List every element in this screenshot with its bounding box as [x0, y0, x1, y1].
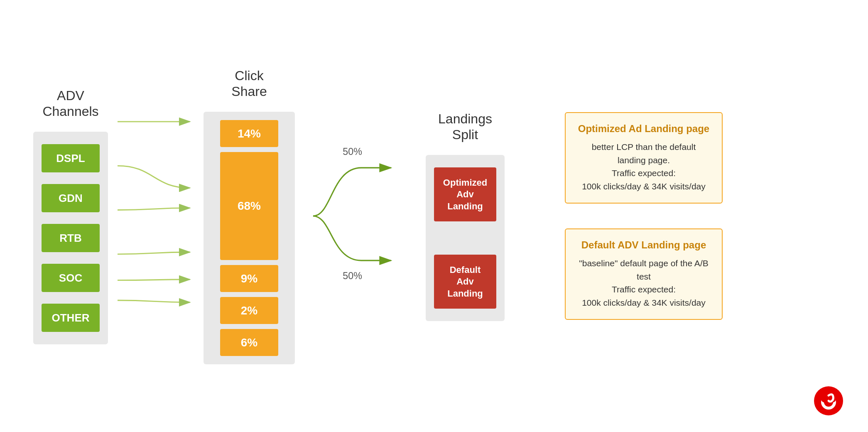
info-title-default: Default ADV Landing page — [577, 239, 710, 251]
adv-channels-bg: DSPL GDN RTB SOC OTHER — [33, 132, 108, 344]
diagram-container: ADV Channels DSPL GDN RTB SOC OTHER — [0, 0, 868, 432]
left-connectors-svg — [116, 96, 191, 336]
landings-split-header: Landings Split — [438, 111, 492, 143]
landings-split-bg: Optimized Adv Landing Default Adv Landin… — [426, 155, 505, 321]
click-share-column: Click Share 14% 68% 9% 2% 6% — [204, 68, 295, 365]
info-box-optimized: Optimized Ad Landing page better LCP tha… — [565, 112, 723, 204]
info-column: Optimized Ad Landing page better LCP tha… — [565, 112, 723, 320]
landings-split-column: Landings Split Optimized Adv Landing Def… — [424, 111, 507, 322]
adv-channels-header: ADV Channels — [42, 88, 98, 120]
adv-box-soc: SOC — [42, 264, 100, 292]
vodafone-logo — [814, 386, 843, 415]
svg-text:50%: 50% — [343, 146, 362, 157]
adv-box-other: OTHER — [42, 304, 100, 332]
click-box-2: 2% — [220, 297, 278, 324]
info-text-default: "baseline" default page of the A/B test … — [577, 257, 710, 309]
info-box-default: Default ADV Landing page "baseline" defa… — [565, 228, 723, 320]
click-box-68: 68% — [220, 152, 278, 260]
landing-default: Default Adv Landing — [434, 255, 496, 309]
main-layout: ADV Channels DSPL GDN RTB SOC OTHER — [25, 17, 843, 415]
right-arrows-svg — [515, 112, 548, 320]
svg-text:50%: 50% — [343, 270, 362, 281]
click-box-14: 14% — [220, 120, 278, 147]
click-share-header: Click Share — [231, 68, 267, 100]
click-box-6: 6% — [220, 329, 278, 356]
click-share-bg: 14% 68% 9% 2% 6% — [204, 112, 295, 364]
adv-box-gdn: GDN — [42, 184, 100, 212]
adv-box-rtb: RTB — [42, 224, 100, 252]
adv-box-dspl: DSPL — [42, 144, 100, 172]
info-text-optimized: better LCP than the default landing page… — [577, 140, 710, 193]
info-title-optimized: Optimized Ad Landing page — [577, 123, 710, 135]
adv-channels-column: ADV Channels DSPL GDN RTB SOC OTHER — [25, 88, 116, 345]
split-connectors-svg: 50% 50% — [307, 112, 415, 320]
landing-optimized: Optimized Adv Landing — [434, 167, 496, 221]
click-box-9: 9% — [220, 265, 278, 292]
